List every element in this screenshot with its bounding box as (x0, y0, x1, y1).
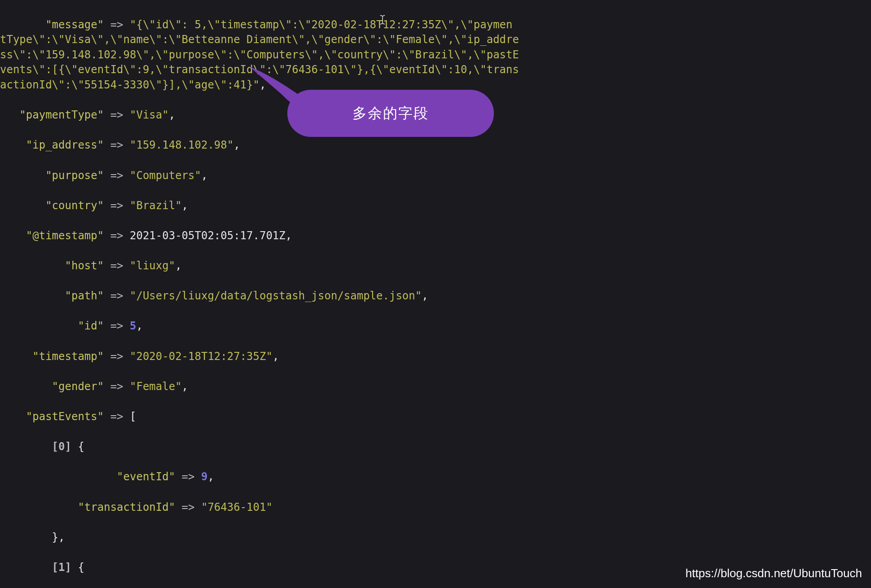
key-paymentType: "paymentType" (19, 109, 104, 121)
key-pastEvents: "pastEvents" (26, 410, 104, 423)
key-timestamp: "timestamp" (32, 350, 104, 363)
value-eventId-0: 9 (201, 470, 207, 483)
key-eventId: "eventId" (117, 470, 175, 483)
value-id: 5 (130, 320, 136, 332)
key-host: "host" (65, 259, 104, 272)
key-ip-address: "ip_address" (26, 139, 104, 151)
value-paymentType: "Visa" (130, 109, 169, 121)
key-transactionId: "transactionId" (78, 501, 175, 513)
value-host: "liuxg" (130, 259, 175, 272)
key-message: "message" (45, 18, 104, 31)
array-index-0: [0] (52, 440, 71, 453)
value-timestamp: "2020-02-18T12:27:35Z" (130, 350, 273, 363)
watermark-url: https://blog.csdn.net/UbuntuTouch (686, 565, 862, 581)
value-transactionId-0: "76436-101" (201, 501, 273, 513)
value-gender: "Female" (130, 380, 182, 393)
terminal-output: "message" => "{\"id\": 5,\"timestamp\":\… (0, 2, 871, 588)
array-index-1: [1] (52, 561, 71, 574)
value-ip-address: "159.148.102.98" (130, 139, 233, 151)
value-purpose: "Computers" (130, 169, 201, 182)
key-id: "id" (78, 320, 104, 332)
key-purpose: "purpose" (45, 169, 104, 182)
key-path: "path" (65, 290, 104, 302)
value-at-timestamp: 2021-03-05T02:05:17.701Z (130, 229, 286, 242)
key-country: "country" (45, 199, 104, 212)
key-gender: "gender" (52, 380, 104, 393)
value-country: "Brazil" (130, 199, 182, 212)
value-path: "/Users/liuxg/data/logstash_json/sample.… (130, 290, 422, 302)
key-at-timestamp: "@timestamp" (26, 229, 104, 242)
